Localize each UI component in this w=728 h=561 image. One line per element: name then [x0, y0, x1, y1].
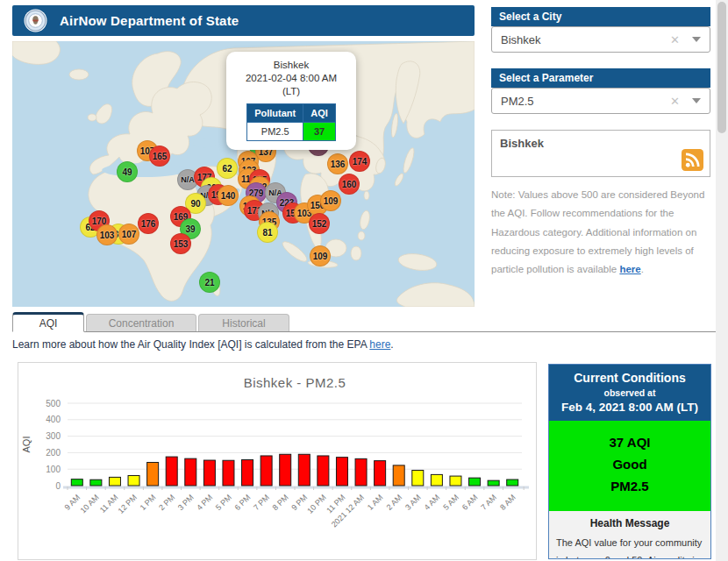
svg-text:7 PM: 7 PM	[252, 493, 271, 512]
svg-text:2 AM: 2 AM	[385, 493, 404, 512]
aqi-marker[interactable]: 140	[218, 185, 239, 206]
svg-text:6 AM: 6 AM	[460, 493, 480, 512]
rss-feed-box: Bishkek	[491, 130, 710, 177]
health-message-title: Health Message	[556, 517, 703, 529]
popup-datetime: 2021-02-04 8:00 AM	[232, 72, 351, 85]
aqi-marker[interactable]: 152	[309, 213, 330, 234]
svg-text:11 AM: 11 AM	[98, 493, 120, 515]
aqi-chart-panel: 01002003004005009 AM10 AM11 AM12 PM1 PM2…	[18, 362, 537, 560]
popup-col-pollutant: Pollutant	[247, 103, 303, 122]
aqi-marker[interactable]: 109	[320, 190, 341, 211]
aqi-marker[interactable]: 81	[257, 222, 278, 243]
svg-text:500: 500	[46, 399, 61, 408]
aqi-marker[interactable]: 165	[149, 146, 170, 167]
aqi-marker[interactable]: 21	[199, 272, 220, 293]
dept-of-state-seal-icon	[24, 9, 47, 32]
popup-table: Pollutant AQI PM2.5 37	[246, 103, 336, 142]
svg-text:2 PM: 2 PM	[157, 493, 176, 512]
aqi-value: 37 AQI	[553, 432, 707, 454]
svg-text:10 PM: 10 PM	[305, 493, 327, 515]
clear-city-icon[interactable]: ✕	[670, 33, 680, 46]
note-period: .	[641, 264, 644, 274]
aqi-parameter: PM2.5	[553, 476, 707, 498]
svg-text:AQI: AQI	[21, 437, 32, 453]
health-message-body: The AQI value for your community is betw…	[556, 535, 703, 559]
aqi-marker[interactable]: 136	[327, 153, 348, 174]
svg-text:5 PM: 5 PM	[214, 493, 233, 512]
rss-city-label: Bishkek	[500, 137, 544, 150]
chevron-down-icon[interactable]	[692, 98, 701, 103]
aqi-marker[interactable]: 107	[118, 224, 139, 245]
popup-city: Bishkek	[232, 59, 351, 72]
aqi-bar-chart: 01002003004005009 AM10 AM11 AM12 PM1 PM2…	[18, 363, 536, 559]
aqi-marker[interactable]: 49	[117, 161, 138, 182]
aqi-summary: 37 AQI Good PM2.5	[549, 421, 710, 511]
svg-text:4 AM: 4 AM	[423, 493, 442, 512]
rss-icon[interactable]	[682, 149, 703, 171]
tab-bar: AQIConcentrationHistorical	[12, 313, 716, 332]
svg-text:4 PM: 4 PM	[195, 493, 214, 512]
current-conditions-header: Current Conditions observed at Feb 4, 20…	[549, 365, 710, 421]
svg-text:Bishkek - PM2.5: Bishkek - PM2.5	[244, 375, 346, 390]
health-message-section: Health Message The AQI value for your co…	[549, 511, 710, 559]
svg-text:12 PM: 12 PM	[116, 493, 138, 515]
aqi-category: Good	[553, 454, 707, 476]
note-here-link[interactable]: here	[619, 264, 640, 274]
scrollbar[interactable]	[716, 0, 728, 561]
map-popup: Bishkek 2021-02-04 8:00 AM (LT) Pollutan…	[226, 52, 356, 150]
aqi-marker[interactable]: 109	[310, 245, 331, 266]
city-select-value: Bishkek	[501, 33, 670, 46]
chevron-down-icon[interactable]	[692, 37, 701, 42]
aqi-marker[interactable]: 103	[96, 224, 118, 245]
svg-text:400: 400	[46, 415, 61, 424]
svg-text:5 AM: 5 AM	[441, 493, 460, 512]
aqi-marker[interactable]: 153	[170, 233, 191, 254]
svg-text:3 AM: 3 AM	[403, 493, 423, 512]
tab-concentration[interactable]: Concentration	[86, 314, 196, 331]
popup-col-aqi: AQI	[303, 103, 336, 122]
current-conditions-title: Current Conditions	[553, 371, 707, 385]
svg-text:7 AM: 7 AM	[479, 493, 498, 512]
aqi-marker[interactable]: 174	[349, 151, 370, 172]
svg-text:8 AM: 8 AM	[498, 493, 517, 512]
beyond-aqi-note: Note: Values above 500 are considered Be…	[491, 186, 712, 279]
svg-text:6 PM: 6 PM	[233, 493, 253, 512]
city-select-label: Select a City	[491, 7, 710, 26]
parameter-select-value: PM2.5	[501, 95, 670, 108]
svg-text:1 PM: 1 PM	[139, 493, 158, 512]
popup-aqi-value: 37	[303, 123, 336, 141]
note-text: Note: Values above 500 are considered Be…	[491, 189, 704, 274]
world-map[interactable]: 1071654962N/A17796N/A1901409016939153176…	[12, 41, 475, 307]
parameter-select[interactable]: PM2.5 ✕	[491, 88, 710, 114]
svg-text:300: 300	[46, 431, 61, 441]
popup-pollutant-value: PM2.5	[247, 123, 303, 141]
aqi-marker[interactable]: 62	[217, 158, 238, 179]
clear-parameter-icon[interactable]: ✕	[670, 95, 680, 108]
svg-text:8 PM: 8 PM	[271, 493, 290, 512]
learn-more-here-link[interactable]: here	[369, 338, 390, 351]
aqi-marker[interactable]: 160	[339, 174, 360, 195]
tab-aqi[interactable]: AQI	[12, 312, 84, 332]
city-select[interactable]: Bishkek ✕	[491, 26, 710, 53]
svg-text:200: 200	[46, 448, 61, 458]
observation-datetime: Feb 4, 2021 8:00 AM (LT)	[553, 401, 707, 414]
svg-text:10 AM: 10 AM	[79, 493, 101, 515]
scrollbar-thumb[interactable]	[717, 2, 726, 133]
svg-text:3 PM: 3 PM	[176, 493, 196, 512]
learn-more-period: .	[390, 338, 393, 351]
aqi-marker[interactable]: 176	[138, 213, 159, 234]
parameter-select-label: Select a Parameter	[491, 68, 710, 88]
app-header: AirNow Department of State	[12, 5, 475, 36]
observed-at-label: observed at	[553, 387, 707, 398]
airnow-page: AirNow Department of State	[0, 0, 728, 561]
page-title: AirNow Department of State	[60, 13, 239, 28]
learn-more-text: Learn more about how the Air Quality Ind…	[12, 338, 394, 351]
svg-text:100: 100	[46, 465, 61, 474]
tab-historical[interactable]: Historical	[198, 314, 289, 331]
learn-more-body: Learn more about how the Air Quality Ind…	[12, 338, 369, 351]
current-conditions-panel: Current Conditions observed at Feb 4, 20…	[548, 364, 711, 559]
svg-text:1 AM: 1 AM	[366, 493, 385, 512]
svg-text:0: 0	[55, 481, 61, 491]
popup-timezone: (LT)	[232, 85, 351, 98]
